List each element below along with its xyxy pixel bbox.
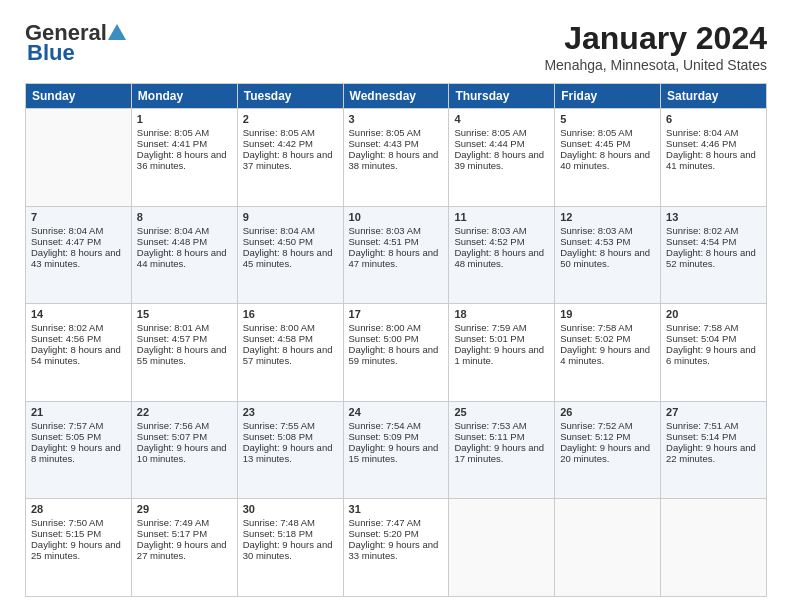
sunrise: Sunrise: 8:02 AM xyxy=(31,322,103,333)
daylight: Daylight: 8 hours and 38 minutes. xyxy=(349,149,439,171)
calendar-cell: 21Sunrise: 7:57 AMSunset: 5:05 PMDayligh… xyxy=(26,401,132,499)
day-number: 20 xyxy=(666,308,761,320)
calendar-cell: 22Sunrise: 7:56 AMSunset: 5:07 PMDayligh… xyxy=(131,401,237,499)
sunset: Sunset: 4:57 PM xyxy=(137,333,207,344)
sunrise: Sunrise: 8:02 AM xyxy=(666,225,738,236)
sunset: Sunset: 4:44 PM xyxy=(454,138,524,149)
sunset: Sunset: 5:08 PM xyxy=(243,431,313,442)
daylight: Daylight: 8 hours and 55 minutes. xyxy=(137,344,227,366)
calendar-cell: 13Sunrise: 8:02 AMSunset: 4:54 PMDayligh… xyxy=(661,206,767,304)
sunset: Sunset: 5:11 PM xyxy=(454,431,524,442)
daylight: Daylight: 8 hours and 52 minutes. xyxy=(666,247,756,269)
calendar-cell: 1Sunrise: 8:05 AMSunset: 4:41 PMDaylight… xyxy=(131,109,237,207)
day-number: 31 xyxy=(349,503,444,515)
svg-marker-0 xyxy=(108,24,126,40)
calendar-week-row: 28Sunrise: 7:50 AMSunset: 5:15 PMDayligh… xyxy=(26,499,767,597)
calendar-cell: 18Sunrise: 7:59 AMSunset: 5:01 PMDayligh… xyxy=(449,304,555,402)
col-monday: Monday xyxy=(131,84,237,109)
calendar-cell: 4Sunrise: 8:05 AMSunset: 4:44 PMDaylight… xyxy=(449,109,555,207)
calendar-week-row: 14Sunrise: 8:02 AMSunset: 4:56 PMDayligh… xyxy=(26,304,767,402)
sunrise: Sunrise: 7:52 AM xyxy=(560,420,632,431)
daylight: Daylight: 9 hours and 10 minutes. xyxy=(137,442,227,464)
day-number: 7 xyxy=(31,211,126,223)
sunrise: Sunrise: 8:05 AM xyxy=(454,127,526,138)
day-number: 6 xyxy=(666,113,761,125)
sunset: Sunset: 5:02 PM xyxy=(560,333,630,344)
day-number: 3 xyxy=(349,113,444,125)
calendar-week-row: 21Sunrise: 7:57 AMSunset: 5:05 PMDayligh… xyxy=(26,401,767,499)
sunset: Sunset: 5:12 PM xyxy=(560,431,630,442)
sunset: Sunset: 4:58 PM xyxy=(243,333,313,344)
sunrise: Sunrise: 8:03 AM xyxy=(560,225,632,236)
daylight: Daylight: 9 hours and 15 minutes. xyxy=(349,442,439,464)
sunrise: Sunrise: 7:54 AM xyxy=(349,420,421,431)
daylight: Daylight: 9 hours and 1 minute. xyxy=(454,344,544,366)
day-number: 29 xyxy=(137,503,232,515)
sunrise: Sunrise: 8:05 AM xyxy=(560,127,632,138)
daylight: Daylight: 9 hours and 4 minutes. xyxy=(560,344,650,366)
month-title: January 2024 xyxy=(544,20,767,57)
sunrise: Sunrise: 8:04 AM xyxy=(31,225,103,236)
day-number: 15 xyxy=(137,308,232,320)
sunrise: Sunrise: 8:00 AM xyxy=(349,322,421,333)
day-number: 9 xyxy=(243,211,338,223)
title-block: January 2024 Menahga, Minnesota, United … xyxy=(544,20,767,73)
calendar-cell: 15Sunrise: 8:01 AMSunset: 4:57 PMDayligh… xyxy=(131,304,237,402)
page: General Blue January 2024 Menahga, Minne… xyxy=(0,0,792,612)
col-saturday: Saturday xyxy=(661,84,767,109)
sunrise: Sunrise: 7:58 AM xyxy=(560,322,632,333)
col-sunday: Sunday xyxy=(26,84,132,109)
sunset: Sunset: 5:09 PM xyxy=(349,431,419,442)
day-number: 8 xyxy=(137,211,232,223)
col-tuesday: Tuesday xyxy=(237,84,343,109)
calendar-cell: 16Sunrise: 8:00 AMSunset: 4:58 PMDayligh… xyxy=(237,304,343,402)
sunset: Sunset: 5:00 PM xyxy=(349,333,419,344)
day-number: 30 xyxy=(243,503,338,515)
location: Menahga, Minnesota, United States xyxy=(544,57,767,73)
calendar-cell: 28Sunrise: 7:50 AMSunset: 5:15 PMDayligh… xyxy=(26,499,132,597)
daylight: Daylight: 8 hours and 47 minutes. xyxy=(349,247,439,269)
calendar-cell: 24Sunrise: 7:54 AMSunset: 5:09 PMDayligh… xyxy=(343,401,449,499)
day-number: 13 xyxy=(666,211,761,223)
sunset: Sunset: 5:17 PM xyxy=(137,528,207,539)
sunset: Sunset: 4:53 PM xyxy=(560,236,630,247)
sunset: Sunset: 4:52 PM xyxy=(454,236,524,247)
sunrise: Sunrise: 7:48 AM xyxy=(243,517,315,528)
daylight: Daylight: 8 hours and 37 minutes. xyxy=(243,149,333,171)
calendar-cell: 27Sunrise: 7:51 AMSunset: 5:14 PMDayligh… xyxy=(661,401,767,499)
daylight: Daylight: 9 hours and 17 minutes. xyxy=(454,442,544,464)
day-number: 25 xyxy=(454,406,549,418)
sunrise: Sunrise: 7:56 AM xyxy=(137,420,209,431)
sunset: Sunset: 4:47 PM xyxy=(31,236,101,247)
calendar-cell: 17Sunrise: 8:00 AMSunset: 5:00 PMDayligh… xyxy=(343,304,449,402)
sunrise: Sunrise: 7:58 AM xyxy=(666,322,738,333)
sunrise: Sunrise: 7:59 AM xyxy=(454,322,526,333)
sunrise: Sunrise: 8:05 AM xyxy=(243,127,315,138)
sunset: Sunset: 4:54 PM xyxy=(666,236,736,247)
calendar-cell: 26Sunrise: 7:52 AMSunset: 5:12 PMDayligh… xyxy=(555,401,661,499)
day-number: 1 xyxy=(137,113,232,125)
daylight: Daylight: 9 hours and 13 minutes. xyxy=(243,442,333,464)
calendar-week-row: 7Sunrise: 8:04 AMSunset: 4:47 PMDaylight… xyxy=(26,206,767,304)
daylight: Daylight: 9 hours and 33 minutes. xyxy=(349,539,439,561)
calendar-cell: 14Sunrise: 8:02 AMSunset: 4:56 PMDayligh… xyxy=(26,304,132,402)
calendar-cell: 10Sunrise: 8:03 AMSunset: 4:51 PMDayligh… xyxy=(343,206,449,304)
sunset: Sunset: 5:07 PM xyxy=(137,431,207,442)
daylight: Daylight: 9 hours and 25 minutes. xyxy=(31,539,121,561)
daylight: Daylight: 9 hours and 30 minutes. xyxy=(243,539,333,561)
calendar-cell xyxy=(26,109,132,207)
day-number: 23 xyxy=(243,406,338,418)
daylight: Daylight: 9 hours and 22 minutes. xyxy=(666,442,756,464)
sunrise: Sunrise: 8:05 AM xyxy=(137,127,209,138)
daylight: Daylight: 9 hours and 20 minutes. xyxy=(560,442,650,464)
sunrise: Sunrise: 8:00 AM xyxy=(243,322,315,333)
sunrise: Sunrise: 8:04 AM xyxy=(137,225,209,236)
daylight: Daylight: 8 hours and 39 minutes. xyxy=(454,149,544,171)
sunset: Sunset: 4:50 PM xyxy=(243,236,313,247)
calendar-cell: 31Sunrise: 7:47 AMSunset: 5:20 PMDayligh… xyxy=(343,499,449,597)
day-number: 17 xyxy=(349,308,444,320)
calendar-cell: 25Sunrise: 7:53 AMSunset: 5:11 PMDayligh… xyxy=(449,401,555,499)
sunset: Sunset: 4:42 PM xyxy=(243,138,313,149)
daylight: Daylight: 9 hours and 27 minutes. xyxy=(137,539,227,561)
sunrise: Sunrise: 7:51 AM xyxy=(666,420,738,431)
